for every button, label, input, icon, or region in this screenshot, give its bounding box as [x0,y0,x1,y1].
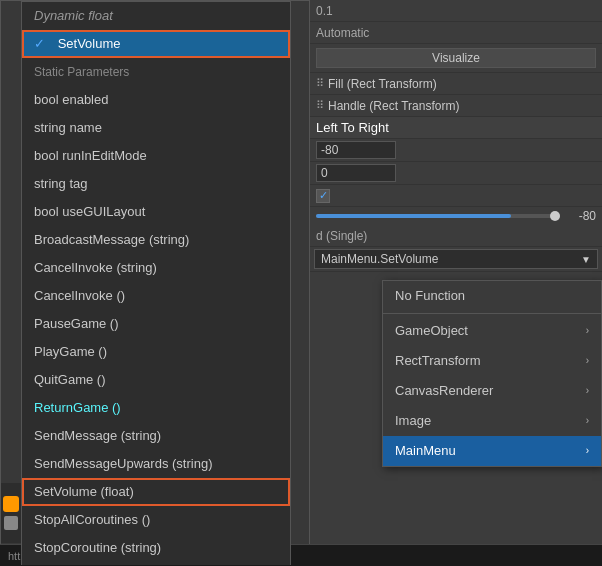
handle-icon: ⠿ [316,99,324,112]
single-row: d (Single) [310,225,602,247]
setvolume-selected-item[interactable]: ✓ SetVolume [22,30,290,58]
checkbox[interactable]: ✓ [316,189,330,203]
right-panel: 0.1 Automatic Visualize ⠿ Fill (Rect Tra… [310,0,602,566]
checkmark: ✓ [319,189,328,202]
sub-dropdown[interactable]: No Function GameObject › RectTransform ›… [382,280,602,467]
list-item[interactable]: CancelInvoke (string) [22,254,290,282]
zero-input[interactable] [316,164,396,182]
sidebar-icon-2 [4,516,18,530]
handle-label: Handle (Rect Transform) [328,99,459,113]
checkbox-row[interactable]: ✓ [310,185,602,207]
mainmenu-setvolume-label: MainMenu.SetVolume [321,252,438,266]
list-item[interactable]: CancelInvoke () [22,282,290,310]
slider-row[interactable]: -80 [310,207,602,225]
zero-row[interactable] [310,162,602,185]
gameobject-label: GameObject [395,321,468,341]
slider-thumb[interactable] [550,211,560,221]
chevron-right-icon: › [586,411,589,431]
slider-value: -80 [566,209,596,223]
automatic-label: Automatic [316,26,369,40]
image-item[interactable]: Image › [383,406,601,436]
single-label: d (Single) [316,229,367,243]
left-to-right-label: Left To Right [316,120,389,135]
visualize-row[interactable]: Visualize [310,44,602,73]
gameobject-item[interactable]: GameObject › [383,316,601,346]
slider-track[interactable] [316,214,560,218]
left-to-right-row: Left To Right [310,117,602,139]
no-function-item[interactable]: No Function [383,281,601,311]
chevron-right-icon: › [586,321,589,341]
list-item[interactable]: bool runInEditMode [22,142,290,170]
list-item[interactable]: ReturnGame () [22,394,290,422]
dynamic-float-label: Dynamic float [22,2,290,30]
handle-row[interactable]: ⠿ Handle (Rect Transform) [310,95,602,117]
list-item[interactable]: bool useGUILayout [22,198,290,226]
canvasrenderer-item[interactable]: CanvasRenderer › [383,376,601,406]
canvasrenderer-label: CanvasRenderer [395,381,493,401]
no-function-label: No Function [395,286,465,306]
recttransform-item[interactable]: RectTransform › [383,346,601,376]
chevron-right-icon: › [586,381,589,401]
value-01: 0.1 [316,4,333,18]
value-01-row: 0.1 [310,0,602,22]
mainmenu-setvolume-dropdown[interactable]: MainMenu.SetVolume ▼ [314,249,598,269]
minus80-row[interactable] [310,139,602,162]
chevron-right-icon: › [586,351,589,371]
dropdown-arrow-icon: ▼ [581,254,591,265]
list-item[interactable]: string tag [22,170,290,198]
fill-label: Fill (Rect Transform) [328,77,437,91]
left-sidebar [1,483,21,543]
sidebar-icon-1 [3,496,19,512]
fill-row[interactable]: ⠿ Fill (Rect Transform) [310,73,602,95]
fill-icon: ⠿ [316,77,324,90]
slider-fill [316,214,511,218]
dropdown-menu[interactable]: Dynamic float ✓ SetVolume Static Paramet… [21,1,291,566]
list-item[interactable]: PlayGame () [22,338,290,366]
chevron-right-icon: › [586,441,589,461]
setvolume-float-item[interactable]: SetVolume (float) [22,478,290,506]
left-panel: Dynamic float ✓ SetVolume Static Paramet… [0,0,310,566]
mainmenu-item[interactable]: MainMenu › [383,436,601,466]
list-item[interactable]: BroadcastMessage (string) [22,226,290,254]
list-item[interactable]: StopCoroutine (string) [22,534,290,562]
checkmark-icon: ✓ [34,34,50,54]
list-item[interactable]: StopAllCoroutines () [22,506,290,534]
minus80-input[interactable] [316,141,396,159]
mainmenu-setvolume-row[interactable]: MainMenu.SetVolume ▼ [310,247,602,272]
static-parameters-label: Static Parameters [22,58,290,86]
visualize-button[interactable]: Visualize [316,48,596,68]
divider [383,313,601,314]
mainmenu-label: MainMenu [395,441,456,461]
list-item[interactable]: SendMessage (string) [22,422,290,450]
automatic-row: Automatic [310,22,602,44]
recttransform-label: RectTransform [395,351,480,371]
list-item[interactable]: string name [22,114,290,142]
image-label: Image [395,411,431,431]
list-item[interactable]: QuitGame () [22,366,290,394]
list-item[interactable]: SendMessageUpwards (string) [22,450,290,478]
list-item[interactable]: PauseGame () [22,310,290,338]
list-item[interactable]: bool enabled [22,86,290,114]
